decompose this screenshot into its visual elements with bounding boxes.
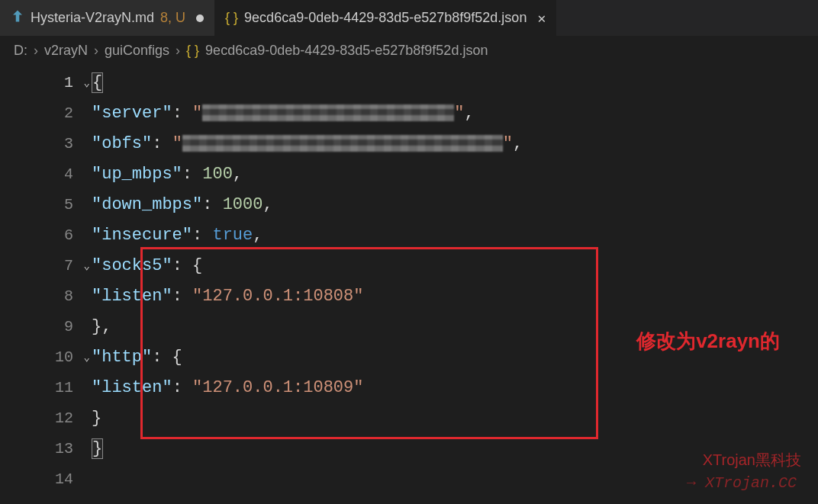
redacted-value [182, 135, 503, 152]
line-number: 11 [0, 372, 92, 403]
fold-icon[interactable]: ⌄ [84, 351, 90, 364]
unsaved-dot-icon [196, 14, 204, 22]
line-number: 10⌄ [0, 342, 92, 372]
markdown-icon [11, 9, 24, 27]
line-number: 1⌄ [0, 67, 92, 98]
json-braces-icon: { } [186, 43, 199, 59]
breadcrumb-file[interactable]: 9ecd6ca9-0deb-4429-83d5-e527b8f9f52d.jso… [205, 43, 488, 59]
json-braces-icon: { } [225, 10, 238, 26]
line-number-gutter: 1⌄ 2 3 4 5 6 7⌄ 8 9 10⌄ 11 12 13 14 [0, 64, 92, 494]
tab-bar: Hysteria-V2rayN.md 8, U { } 9ecd6ca9-0de… [0, 0, 818, 37]
line-number: 4 [0, 159, 92, 189]
watermark-text: XTrojan黑科技 [703, 450, 801, 470]
redacted-value [202, 104, 454, 121]
breadcrumb-segment[interactable]: v2rayN [44, 43, 88, 59]
line-number: 5 [0, 189, 92, 220]
fold-icon[interactable]: ⌄ [84, 259, 90, 272]
code-editor[interactable]: 1⌄ 2 3 4 5 6 7⌄ 8 9 10⌄ 11 12 13 14 { "s… [0, 64, 818, 494]
tab-label: 9ecd6ca9-0deb-4429-83d5-e527b8f9f52d.jso… [244, 10, 527, 26]
line-number: 3 [0, 128, 92, 159]
line-number: 9 [0, 311, 92, 342]
code-content[interactable]: { "server": "", "obfs": "", "up_mbps": 1… [92, 64, 818, 494]
breadcrumb-drive: D: [14, 43, 27, 59]
line-number: 8 [0, 281, 92, 311]
breadcrumb-segment[interactable]: guiConfigs [105, 43, 169, 59]
line-number: 12 [0, 403, 92, 433]
line-number: 2 [0, 98, 92, 128]
watermark-link: → XTrojan.CC [687, 474, 797, 492]
line-number: 14 [0, 464, 92, 494]
line-number: 7⌄ [0, 250, 92, 281]
close-icon[interactable]: ✕ [537, 10, 546, 26]
tab-label: Hysteria-V2rayN.md [31, 10, 154, 26]
breadcrumb[interactable]: D: › v2rayN › guiConfigs › { } 9ecd6ca9-… [0, 37, 818, 64]
line-number: 6 [0, 220, 92, 250]
chevron-right-icon: › [94, 43, 98, 59]
fold-icon[interactable]: ⌄ [84, 76, 90, 89]
line-number: 13 [0, 433, 92, 464]
chevron-right-icon: › [34, 43, 38, 59]
annotation-text: 修改为v2rayn的 [636, 328, 780, 355]
tab-json-config[interactable]: { } 9ecd6ca9-0deb-4429-83d5-e527b8f9f52d… [214, 0, 556, 36]
chevron-right-icon: › [176, 43, 180, 59]
tab-hysteria-md[interactable]: Hysteria-V2rayN.md 8, U [0, 0, 214, 36]
tab-git-badge: 8, U [160, 10, 185, 26]
